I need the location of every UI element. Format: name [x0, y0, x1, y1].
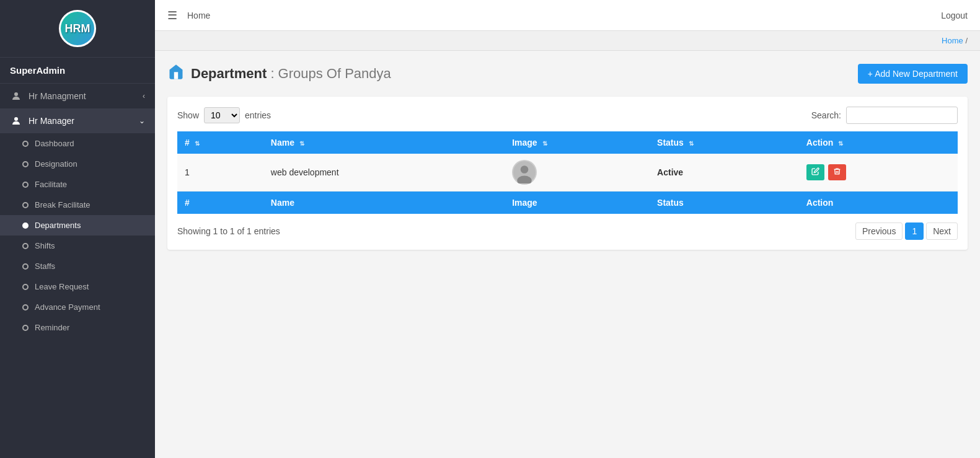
col-name: Name ⇅ [263, 131, 505, 154]
col-hash: # ⇅ [177, 131, 263, 154]
topbar: ☰ Home Logout [155, 0, 980, 31]
next-button[interactable]: Next [926, 222, 958, 240]
sidebar-item-leave-request[interactable]: Leave Request [0, 276, 155, 297]
sidebar-logo: HRM [0, 0, 155, 58]
dot-icon-active [22, 222, 29, 229]
sidebar-item-reminder[interactable]: Reminder [0, 317, 155, 338]
showing-text: Showing 1 to 1 of 1 entries [177, 226, 280, 236]
show-entries-control: Show 10 25 50 100 entries [177, 107, 271, 123]
breadcrumb-home[interactable]: Home [942, 36, 963, 45]
sort-icon: ⇅ [299, 140, 304, 147]
pagination-controls: Previous 1 Next [855, 222, 958, 240]
page-header: Department : Groups Of Pandya + Add New … [167, 63, 968, 84]
row-id: 1 [177, 154, 263, 192]
col-image: Image ⇅ [505, 131, 650, 154]
col-status: Status ⇅ [650, 131, 799, 154]
sort-icon: ⇅ [689, 140, 694, 147]
pagination-area: Showing 1 to 1 of 1 entries Previous 1 N… [177, 222, 958, 240]
person-icon-2 [10, 115, 22, 127]
logout-button[interactable]: Logout [941, 11, 968, 20]
logo-text: HRM [65, 22, 90, 35]
row-status: Active [650, 154, 799, 192]
topbar-home-link[interactable]: Home [187, 11, 210, 20]
footer-col-image: Image [505, 192, 650, 214]
add-new-department-button[interactable]: + Add New Department [858, 64, 968, 84]
sidebar-item-staffs[interactable]: Staffs [0, 256, 155, 276]
departments-table: # ⇅ Name ⇅ Image ⇅ Status ⇅ Action ⇅ 1 w… [177, 131, 958, 214]
sidebar-item-hr-manager[interactable]: Hr Manager ⌄ [0, 108, 155, 133]
avatar [512, 160, 537, 185]
sidebar-username: SuperAdmin [0, 58, 155, 84]
table-row: 1 web development [177, 154, 958, 192]
search-label: Search: [811, 110, 841, 120]
designation-label: Designation [35, 159, 77, 169]
row-name: web development [263, 154, 505, 192]
footer-col-action: Action [799, 192, 958, 214]
hamburger-icon[interactable]: ☰ [167, 9, 177, 22]
dot-icon [22, 161, 29, 167]
svg-point-1 [14, 117, 18, 121]
breadcrumb-separator: / [965, 36, 968, 45]
show-label: Show [177, 110, 199, 120]
dot-icon [22, 182, 29, 188]
chevron-icon: ‹ [143, 92, 145, 100]
dot-icon [22, 284, 29, 290]
sort-icon: ⇅ [542, 140, 547, 147]
table-footer-row: # Name Image Status Action [177, 192, 958, 214]
search-input[interactable] [846, 107, 958, 124]
chevron-down-icon: ⌄ [139, 117, 145, 125]
delete-button[interactable] [828, 164, 846, 180]
sidebar-item-shifts[interactable]: Shifts [0, 236, 155, 256]
search-area: Search: [811, 107, 958, 124]
sidebar-item-advance-payment[interactable]: Advance Payment [0, 297, 155, 317]
footer-col-name: Name [263, 192, 505, 214]
department-icon [167, 63, 185, 84]
sidebar-item-designation[interactable]: Designation [0, 154, 155, 174]
sort-icon: ⇅ [195, 140, 200, 147]
dot-icon [22, 202, 29, 208]
staffs-label: Staffs [35, 262, 55, 271]
previous-button[interactable]: Previous [855, 222, 903, 240]
sort-icon: ⇅ [838, 140, 843, 147]
dot-icon [22, 263, 29, 270]
main-content: ☰ Home Logout Home / Department : Groups… [155, 0, 980, 458]
dot-icon [22, 243, 29, 249]
table-container: Show 10 25 50 100 entries Search: [167, 97, 968, 250]
sidebar-item-hr-management[interactable]: Hr Managment ‹ [0, 84, 155, 108]
dot-icon [22, 325, 29, 331]
table-controls: Show 10 25 50 100 entries Search: [177, 107, 958, 124]
page-1-button[interactable]: 1 [905, 222, 924, 240]
sidebar-item-departments[interactable]: Departments [0, 215, 155, 236]
row-action [799, 154, 958, 192]
footer-col-hash: # [177, 192, 263, 214]
username-label: SuperAdmin [10, 65, 65, 76]
col-action: Action ⇅ [799, 131, 958, 154]
person-icon [10, 90, 22, 102]
row-image [505, 154, 650, 192]
shifts-label: Shifts [35, 241, 55, 250]
page-title: Department : Groups Of Pandya [191, 66, 391, 82]
sidebar-item-break-facilitate[interactable]: Break Facilitate [0, 195, 155, 215]
facilitate-label: Facilitate [35, 180, 67, 189]
svg-point-0 [14, 92, 18, 96]
break-facilitate-label: Break Facilitate [35, 200, 90, 209]
title-suffix: : Groups Of Pandya [270, 66, 391, 81]
logo-circle: HRM [59, 10, 96, 47]
entries-select[interactable]: 10 25 50 100 [204, 107, 240, 123]
table-header-row: # ⇅ Name ⇅ Image ⇅ Status ⇅ Action ⇅ [177, 131, 958, 154]
dashboard-label: Dashboard [35, 139, 74, 148]
departments-label: Departments [35, 221, 81, 230]
edit-button[interactable] [806, 164, 824, 180]
sidebar-item-dashboard[interactable]: Dashboard [0, 133, 155, 154]
sidebar-item-facilitate[interactable]: Facilitate [0, 174, 155, 195]
page-content: Department : Groups Of Pandya + Add New … [155, 51, 980, 458]
dot-icon [22, 304, 29, 310]
sidebar: HRM SuperAdmin Hr Managment ‹ Hr Manager… [0, 0, 155, 458]
svg-point-3 [521, 165, 529, 174]
hr-management-label: Hr Managment [29, 91, 86, 101]
breadcrumb: Home / [155, 31, 980, 51]
title-prefix: Department [191, 66, 267, 81]
dot-icon [22, 141, 29, 147]
advance-payment-label: Advance Payment [35, 302, 100, 312]
reminder-label: Reminder [35, 323, 69, 332]
